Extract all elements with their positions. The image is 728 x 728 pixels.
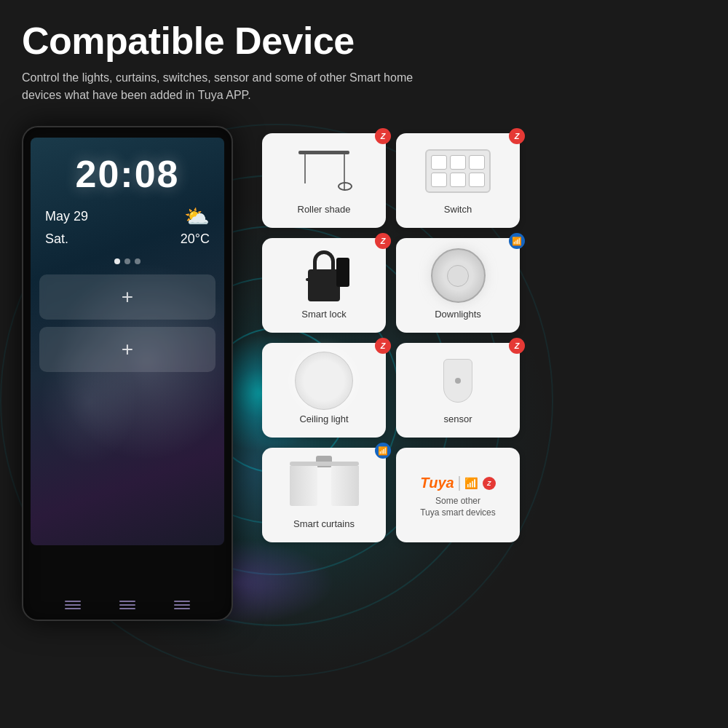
smart-curtains-card: 📶 Smart curtains <box>262 448 386 542</box>
page-content: Compatible Device Control the lights, cu… <box>0 0 728 728</box>
wifi-icon: 📶 <box>464 477 478 490</box>
device-panel: 20:08 May 29 ⛅ Sat. 20°C + <box>22 126 233 621</box>
roller-shade-label: Roller shade <box>298 204 351 215</box>
smart-curtains-icon-area <box>269 458 379 513</box>
page-subtitle: Control the lights, curtains, switches, … <box>22 69 430 104</box>
zigbee-badge-lock: Z <box>375 233 391 249</box>
ceiling-light-icon-area <box>269 353 379 408</box>
main-area: 20:08 May 29 ⛅ Sat. 20°C + <box>22 126 706 621</box>
ceiling-light-icon <box>295 352 353 410</box>
switch-icon-area <box>403 143 513 198</box>
roller-shade-icon <box>291 151 357 191</box>
smart-curtains-icon <box>290 462 359 509</box>
page-title: Compatible Device <box>22 20 706 62</box>
downlight-icon <box>431 248 486 303</box>
smart-lock-card: Z Smart lock <box>262 238 386 333</box>
downlights-icon-area <box>403 248 513 303</box>
zigbee-badge-sensor: Z <box>509 338 525 354</box>
wifi-badge-downlights: 📶 <box>509 233 525 249</box>
roller-shade-card: Z Roller shade <box>262 133 386 228</box>
wifi-badge-curtains: 📶 <box>375 443 391 459</box>
device-btn-1[interactable] <box>65 601 81 609</box>
smart-lock-icon-area <box>269 248 379 303</box>
zigbee-badge-switch: Z <box>509 128 525 144</box>
smart-lock-icon <box>302 250 346 301</box>
tuya-divider <box>459 476 460 491</box>
ceiling-light-label: Ceiling light <box>299 414 348 424</box>
zigbee-badge-roller: Z <box>375 128 391 144</box>
device-buttons <box>23 601 232 609</box>
screen-card-1[interactable]: + <box>39 274 215 320</box>
smart-lock-label: Smart lock <box>301 309 346 320</box>
sensor-icon <box>443 359 472 403</box>
sensor-icon-area <box>403 353 513 408</box>
device-screen: 20:08 May 29 ⛅ Sat. 20°C + <box>31 138 224 545</box>
switch-card: Z Switch <box>396 133 520 228</box>
tuya-subtext: Some other Tuya smart devices <box>420 496 496 518</box>
tuya-logo: Tuya <box>420 475 454 491</box>
roller-shade-icon-area <box>269 143 379 198</box>
device-btn-2[interactable] <box>119 601 135 609</box>
screen-plus-2: + <box>122 338 133 361</box>
tuya-logo-row: Tuya 📶 Z <box>420 475 495 491</box>
sensor-card: Z sensor <box>396 343 520 438</box>
tuya-card: Tuya 📶 Z Some other Tuya smart devices <box>396 448 520 542</box>
switch-label: Switch <box>444 204 472 215</box>
screen-plus-1: + <box>122 285 133 309</box>
zigbee-badge-ceiling: Z <box>375 338 391 354</box>
device-grid: Z Roller shade Z <box>262 133 520 542</box>
zigbee-inline-badge: Z <box>483 477 496 490</box>
downlights-card: 📶 Downlights <box>396 238 520 333</box>
device-btn-3[interactable] <box>174 601 190 609</box>
smart-curtains-label: Smart curtains <box>293 518 355 529</box>
ceiling-light-card: Z Ceiling light <box>262 343 386 438</box>
screen-card-2[interactable]: + <box>39 327 215 372</box>
downlights-label: Downlights <box>435 309 481 320</box>
switch-icon <box>425 149 491 193</box>
sensor-label: sensor <box>443 414 472 424</box>
